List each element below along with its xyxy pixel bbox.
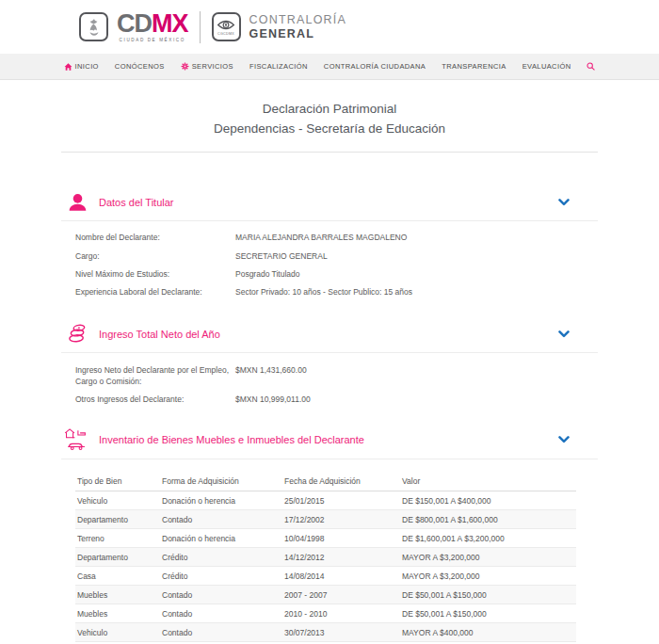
nav-item-contraloria-ciudadana[interactable]: CONTRALORÍA CIUDADANA <box>324 62 426 71</box>
section-header-datos[interactable]: Datos del Titular <box>61 192 598 221</box>
cdmx-mx-text: MX <box>152 9 188 38</box>
cdmx-wordmark: CDMX CIUDAD DE MÉXICO <box>117 11 188 43</box>
person-icon <box>63 192 91 214</box>
table-cell: DE $800,001 A $1,600,000 <box>400 510 576 529</box>
main-nav: INICIO CONÓCENOS SERVICIOS FISCALIZACIÓN… <box>0 54 659 80</box>
field-label: Nombre del Declarante: <box>61 232 235 243</box>
table-cell: DE $50,001 A $150,000 <box>400 586 576 604</box>
nav-search-button[interactable] <box>587 62 595 71</box>
table-cell: Vehiculo <box>75 491 160 510</box>
ingreso-fields: Ingreso Neto del Declarante por el Emple… <box>61 353 598 412</box>
section-inventario-bienes: Inventario de Bienes Muebles e Inmuebles… <box>61 427 598 644</box>
table-cell: Muebles <box>75 604 160 623</box>
table-header-row: Tipo de Bien Forma de Adquisición Fecha … <box>75 473 576 491</box>
table-cell: Contado <box>160 604 282 623</box>
inventario-table-body: VehiculoDonación o herencia25/01/2015DE … <box>75 491 576 642</box>
contraloria-eye-logo: CGCDMX <box>212 12 241 41</box>
contraloria-line1: CONTRALORÍA <box>249 13 347 26</box>
contraloria-line2: GENERAL <box>249 27 347 40</box>
table-cell: 10/04/1998 <box>282 529 400 548</box>
table-header-cell: Valor <box>400 473 576 491</box>
table-cell: MAYOR A $400,000 <box>400 623 576 642</box>
field-label: Cargo: <box>61 250 235 262</box>
field-value: $MXN 1,431,660.00 <box>235 364 307 388</box>
section-title: Inventario de Bienes Muebles e Inmuebles… <box>99 434 364 445</box>
field-row: Experiencia Laboral del Declarante: Sect… <box>61 283 598 301</box>
field-value: $MXN 10,999,011.00 <box>235 394 311 405</box>
site-header: CDMX CIUDAD DE MÉXICO CGCDMX CONTRALORÍA… <box>0 0 659 54</box>
table-header-cell: Fecha de Adquisición <box>282 473 400 491</box>
field-row: Nombre del Declarante: MARIA ALEJANDRA B… <box>61 229 598 247</box>
nav-item-servicios[interactable]: SERVICIOS <box>181 62 233 71</box>
nav-item-transparencia[interactable]: TRANSPARENCIA <box>442 62 506 71</box>
table-cell: 14/08/2014 <box>282 567 400 586</box>
nav-item-label: INICIO <box>75 62 99 71</box>
main-content: Declaración Patrimonial Dependencias - S… <box>61 80 598 644</box>
table-cell: Terreno <box>75 529 160 548</box>
table-cell: DE $50,001 A $150,000 <box>400 604 576 623</box>
table-cell: DE $150,001 A $400,000 <box>400 491 576 510</box>
table-cell: DE $1,600,001 A $3,200,000 <box>400 529 576 548</box>
table-cell: Muebles <box>75 586 160 604</box>
table-row: TerrenoDonación o herencia10/04/1998DE $… <box>75 529 576 548</box>
nav-item-inicio[interactable]: INICIO <box>64 62 99 71</box>
table-cell: Crédito <box>160 567 282 586</box>
table-row: MueblesContado2007 - 2007DE $50,001 A $1… <box>75 586 576 604</box>
table-cell: 2007 - 2007 <box>282 586 400 604</box>
cdmx-eagle-seal-icon <box>79 12 108 41</box>
table-cell: Departamento <box>75 548 160 567</box>
field-row: Nivel Máximo de Estudios: Posgrado Titul… <box>61 265 598 282</box>
chevron-down-icon[interactable] <box>558 436 570 443</box>
home-icon <box>64 63 72 71</box>
cgcdmx-label: CGCDMX <box>217 32 234 36</box>
chevron-down-icon[interactable] <box>558 330 570 338</box>
field-label: Experiencia Laboral del Declarante: <box>61 286 235 298</box>
nav-item-evaluacion[interactable]: EVALUACIÓN <box>522 62 571 71</box>
field-row: Ingreso Neto del Declarante por el Emple… <box>61 361 598 391</box>
field-label: Nivel Máximo de Estudios: <box>61 268 235 280</box>
table-row: DepartamentoCrédito14/12/2012MAYOR A $3,… <box>75 548 576 567</box>
table-cell: Contado <box>160 510 282 529</box>
nav-item-label: FISCALIZACIÓN <box>249 62 308 71</box>
field-value: SECRETARIO GENERAL <box>235 250 328 262</box>
brand-logos: CDMX CIUDAD DE MÉXICO CGCDMX CONTRALORÍA… <box>79 11 346 43</box>
nav-item-label: SERVICIOS <box>192 62 233 71</box>
table-cell: 25/01/2015 <box>282 491 400 510</box>
nav-item-label: TRANSPARENCIA <box>442 62 506 71</box>
table-cell: Crédito <box>160 548 282 567</box>
table-row: VehiculoDonación o herencia25/01/2015DE … <box>75 491 576 510</box>
nav-item-label: EVALUACIÓN <box>522 62 571 71</box>
table-cell: 30/07/2013 <box>282 623 400 642</box>
nav-item-fiscalizacion[interactable]: FISCALIZACIÓN <box>249 62 308 71</box>
table-cell: Casa <box>75 567 160 586</box>
table-cell: 2010 - 2010 <box>282 604 400 623</box>
nav-item-label: CONTRALORÍA CIUDADANA <box>324 62 426 71</box>
section-header-inventario[interactable]: Inventario de Bienes Muebles e Inmuebles… <box>61 427 598 459</box>
nav-item-conocenos[interactable]: CONÓCENOS <box>115 62 165 71</box>
section-datos-del-titular: Datos del Titular Nombre del Declarante:… <box>61 192 598 305</box>
page-title: Declaración Patrimonial Dependencias - S… <box>61 100 598 139</box>
titular-fields: Nombre del Declarante: MARIA ALEJANDRA B… <box>61 221 598 305</box>
field-value: Posgrado Titulado <box>235 268 300 280</box>
field-label: Ingreso Neto del Declarante por el Emple… <box>61 364 235 388</box>
table-cell: Vehiculo <box>75 623 160 642</box>
table-row: MueblesContado2010 - 2010DE $50,001 A $1… <box>75 604 576 623</box>
nav-item-label: CONÓCENOS <box>115 62 165 71</box>
search-icon <box>587 62 595 71</box>
table-cell: MAYOR A $3,200,000 <box>400 567 576 586</box>
table-header-cell: Forma de Adquisición <box>160 473 282 491</box>
table-cell: Donación o herencia <box>160 491 282 510</box>
eagle-icon <box>84 17 104 38</box>
field-label: Otros Ingresos del Declarante: <box>61 394 235 405</box>
chevron-down-icon[interactable] <box>558 199 570 206</box>
field-value: MARIA ALEJANDRA BARRALES MAGDALENO <box>235 232 407 243</box>
section-header-ingreso[interactable]: Ingreso Total Neto del Año <box>61 322 598 353</box>
cdmx-cd-text: CD <box>117 9 152 38</box>
page-title-line1: Declaración Patrimonial <box>61 100 598 120</box>
logo-divider <box>200 11 201 43</box>
field-row: Otros Ingresos del Declarante: $MXN 10,9… <box>61 391 598 409</box>
coins-icon <box>63 322 91 346</box>
eye-icon <box>217 19 235 31</box>
table-row: CasaCrédito14/08/2014MAYOR A $3,200,000 <box>75 567 576 586</box>
section-title: Datos del Titular <box>99 197 173 208</box>
